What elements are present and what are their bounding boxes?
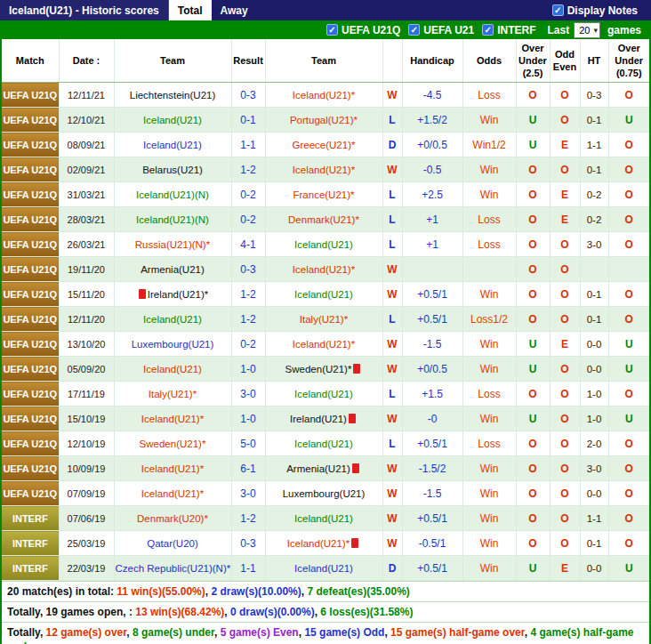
match-date: 12/11/21 xyxy=(59,83,114,108)
over-under-075-value: O xyxy=(608,182,649,207)
odd-even-value: O xyxy=(550,456,580,481)
filter-checkbox-uefa-u21[interactable] xyxy=(408,24,420,36)
home-team-cell: Iceland(U21)(N) xyxy=(114,182,231,207)
result-letter: W xyxy=(382,157,402,182)
over-under-25-value: U xyxy=(516,108,550,133)
match-date: 17/11/19 xyxy=(59,382,114,407)
tab-total[interactable]: Total xyxy=(169,0,212,20)
handicap-value: +0.5/1 xyxy=(402,431,462,456)
home-team-cell: Iceland(U21)* xyxy=(114,407,231,431)
over-under-075-value: O xyxy=(608,307,649,332)
col-header-ht: HT xyxy=(580,39,608,83)
team-name: Iceland(U21)* xyxy=(141,488,204,499)
summary-segment: 2 draw(s)(10.00%) xyxy=(211,585,301,598)
over-under-075-value: O xyxy=(608,382,649,407)
odds-result: Win xyxy=(462,157,516,182)
handicap-value: -1.5 xyxy=(402,332,462,357)
team-name: Iceland(U21) xyxy=(143,364,202,374)
display-notes-checkbox-icon[interactable] xyxy=(552,4,564,16)
competition-label: UEFA U21Q xyxy=(2,382,59,407)
result-letter: L xyxy=(382,207,402,232)
full-time-score: 4-1 xyxy=(231,232,265,257)
red-card-icon xyxy=(351,538,358,548)
away-team-cell: Denmark(U21)* xyxy=(265,207,382,232)
col-header-result: Result xyxy=(231,39,265,83)
odd-even-value: E xyxy=(550,556,580,581)
over-under-075-value: O xyxy=(608,481,649,506)
full-time-score: 0-2 xyxy=(231,332,265,357)
result-letter: L xyxy=(382,182,402,207)
table-row: UEFA U21Q31/03/21Iceland(U21)(N)0-2Franc… xyxy=(2,182,649,207)
summary-line3: Totally, 12 game(s) over, 8 game(s) unde… xyxy=(2,622,649,644)
over-under-075-value: U xyxy=(608,332,649,357)
full-time-score: 5-0 xyxy=(231,431,265,456)
table-row: UEFA U21Q10/09/19Iceland(U21)*6-1Armenia… xyxy=(2,456,649,481)
handicap-value: -0.5 xyxy=(402,157,462,182)
games-count-value: 20 xyxy=(579,25,590,36)
summary-segment: 12 game(s) over xyxy=(46,626,127,639)
odd-even-value: O xyxy=(550,431,580,456)
handicap-value: -1.5/2 xyxy=(402,456,462,481)
match-date: 15/10/19 xyxy=(59,407,114,431)
away-team-cell: Iceland(U21) xyxy=(265,282,382,307)
summary-segment: 6 loss(es)(31.58%) xyxy=(320,606,413,618)
table-row: UEFA U21Q12/10/19Sweden(U21)*5-0Iceland(… xyxy=(2,431,649,456)
competition-label: UEFA U21Q xyxy=(2,207,59,232)
summary-segment: , xyxy=(126,626,133,639)
odds-result: Win xyxy=(462,531,516,556)
over-under-075-value: O xyxy=(608,207,649,232)
filter-checkbox-uefa-u21q[interactable] xyxy=(326,24,338,36)
home-team-cell: Czech Republic(U21)(N)* xyxy=(114,556,231,581)
over-under-075-value xyxy=(608,257,649,282)
half-time-score: 0-1 xyxy=(580,282,608,307)
half-time-score: 1-0 xyxy=(580,382,608,407)
filter-checkbox-interf[interactable] xyxy=(482,24,494,36)
home-team-cell: Iceland(U21)(N) xyxy=(114,207,231,232)
odd-even-value: O xyxy=(550,357,580,382)
half-time-score: 1-0 xyxy=(580,407,608,431)
match-date: 31/03/21 xyxy=(59,182,114,207)
over-under-25-value: O xyxy=(516,382,550,407)
col-header-over-under-25: Over Under (2.5) xyxy=(516,39,550,83)
full-time-score: 1-1 xyxy=(231,133,265,157)
team-name: Italy(U21)* xyxy=(149,389,197,399)
summary-segment: , xyxy=(214,626,221,639)
match-date: 25/03/19 xyxy=(59,531,114,556)
summary-segment: 15 game(s) half-game over xyxy=(390,626,525,639)
handicap-value: +0/0.5 xyxy=(402,357,462,382)
odds-result xyxy=(462,257,516,282)
match-date: 28/03/21 xyxy=(59,207,114,232)
match-date: 22/03/19 xyxy=(59,556,114,581)
tab-away[interactable]: Away xyxy=(212,0,257,20)
team-name: Iceland(U21)* xyxy=(293,90,355,101)
over-under-25-value: U xyxy=(516,357,550,382)
table-row: UEFA U21Q19/11/20Armenia(U21)0-3Iceland(… xyxy=(2,257,649,282)
team-name: Luxembourg(U21) xyxy=(283,488,366,499)
half-time-score: 1-1 xyxy=(580,506,608,531)
away-team-cell: Ireland(U21) xyxy=(265,407,382,431)
over-under-25-value: O xyxy=(516,232,550,257)
team-name: Ireland(U21) xyxy=(290,414,347,424)
over-under-075-value: U xyxy=(608,556,649,581)
half-time-score: 0-3 xyxy=(580,83,608,108)
team-name: Iceland(U21) xyxy=(294,513,353,524)
filter-label-interf: INTERF xyxy=(497,24,535,36)
over-under-25-value: U xyxy=(516,332,550,357)
table-row: UEFA U21Q12/11/20Iceland(U21)1-2Italy(U2… xyxy=(2,307,649,332)
half-time-score xyxy=(580,257,608,282)
handicap-value: +0.5/1 xyxy=(402,282,462,307)
competition-label: UEFA U21Q xyxy=(2,282,59,307)
competition-label: UEFA U21Q xyxy=(2,83,59,108)
team-name: Iceland(U21)(N) xyxy=(136,189,209,200)
games-count-select[interactable]: 20 ▾ xyxy=(574,22,600,38)
half-time-score: 1-1 xyxy=(580,133,608,157)
table-row: UEFA U21Q26/03/21Russia(U21)(N)*4-1Icela… xyxy=(2,232,649,257)
team-name: Denmark(U20)* xyxy=(137,513,208,524)
table-row: UEFA U21Q12/10/21Iceland(U21)0-1Portugal… xyxy=(2,108,649,133)
competition-label: UEFA U21Q xyxy=(2,357,59,382)
odds-result: Loss xyxy=(462,207,516,232)
away-team-cell: Luxembourg(U21) xyxy=(265,481,382,506)
table-row: INTERF22/03/19Czech Republic(U21)(N)*1-1… xyxy=(2,556,649,581)
match-date: 13/10/20 xyxy=(59,332,114,357)
full-time-score: 0-1 xyxy=(231,108,265,133)
